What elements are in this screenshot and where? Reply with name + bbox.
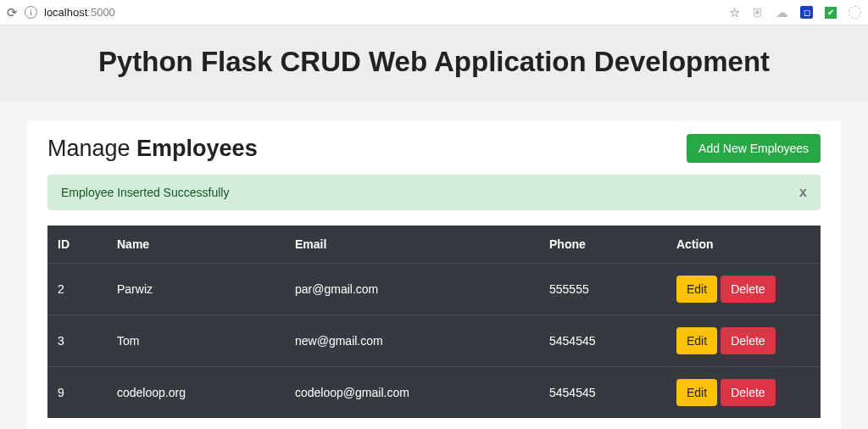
cell-email: new@gmail.com bbox=[285, 315, 539, 367]
col-header-email: Email bbox=[285, 226, 539, 264]
cell-name: Tom bbox=[107, 315, 285, 367]
page-top-bar: Manage Employees Add New Employees bbox=[47, 134, 821, 163]
page-title: Python Flask CRUD Web Application Develo… bbox=[8, 46, 860, 78]
cell-email: par@gmail.com bbox=[285, 264, 539, 315]
cell-phone: 555555 bbox=[539, 264, 666, 315]
cell-action: EditDelete bbox=[666, 367, 821, 419]
url-text[interactable]: localhost:5000 bbox=[44, 6, 115, 19]
cell-name: codeloop.org bbox=[107, 367, 285, 419]
delete-button[interactable]: Delete bbox=[721, 327, 775, 354]
col-header-id: ID bbox=[47, 226, 107, 264]
table-header-row: ID Name Email Phone Action bbox=[47, 226, 821, 264]
delete-button[interactable]: Delete bbox=[721, 379, 775, 406]
add-new-employees-button[interactable]: Add New Employees bbox=[687, 134, 821, 163]
table-row: 9codeloop.orgcodeloop@gmail.com5454545Ed… bbox=[47, 367, 821, 419]
cell-id: 3 bbox=[47, 315, 107, 367]
cell-phone: 5454545 bbox=[539, 367, 666, 419]
close-icon[interactable]: x bbox=[799, 185, 807, 200]
cloud-icon[interactable]: ☁ bbox=[776, 5, 788, 20]
employees-table: ID Name Email Phone Action 2Parwizpar@gm… bbox=[47, 226, 821, 418]
page-header: Python Flask CRUD Web Application Develo… bbox=[0, 25, 868, 102]
refresh-icon[interactable]: ⟳ bbox=[7, 5, 18, 20]
col-header-action: Action bbox=[666, 226, 821, 264]
extension-box-icon[interactable]: ◻ bbox=[800, 6, 813, 19]
section-title-prefix: Manage bbox=[47, 136, 136, 161]
cell-name: Parwiz bbox=[107, 264, 285, 315]
profile-circle-icon[interactable] bbox=[849, 6, 861, 19]
flash-alert: Employee Inserted Successfully x bbox=[47, 175, 821, 210]
table-row: 3Tomnew@gmail.com5454545EditDelete bbox=[47, 315, 821, 367]
cell-phone: 5454545 bbox=[539, 315, 666, 367]
cell-action: EditDelete bbox=[666, 264, 821, 315]
cell-id: 9 bbox=[47, 367, 107, 419]
browser-address-bar: ⟳ i localhost:5000 ☆ ⛨ ☁ ◻ ✔ bbox=[0, 0, 868, 25]
section-title: Manage Employees bbox=[47, 136, 258, 162]
alert-message: Employee Inserted Successfully bbox=[61, 186, 229, 199]
cell-email: codeloop@gmail.com bbox=[285, 367, 539, 419]
delete-button[interactable]: Delete bbox=[721, 276, 775, 303]
edit-button[interactable]: Edit bbox=[676, 276, 717, 303]
cell-action: EditDelete bbox=[666, 315, 821, 367]
section-title-strong: Employees bbox=[136, 136, 258, 161]
url-host: localhost bbox=[44, 6, 87, 19]
url-port: :5000 bbox=[87, 6, 115, 19]
browser-toolbar-icons: ☆ ⛨ ☁ ◻ ✔ bbox=[729, 5, 861, 20]
info-icon[interactable]: i bbox=[25, 6, 37, 19]
edit-button[interactable]: Edit bbox=[676, 327, 717, 354]
col-header-phone: Phone bbox=[539, 226, 666, 264]
edit-button[interactable]: Edit bbox=[676, 379, 717, 406]
main-container: Manage Employees Add New Employees Emplo… bbox=[27, 120, 841, 429]
shield-icon[interactable]: ⛨ bbox=[752, 6, 764, 20]
col-header-name: Name bbox=[107, 226, 285, 264]
table-row: 2Parwizpar@gmail.com555555EditDelete bbox=[47, 264, 821, 315]
extension-check-icon[interactable]: ✔ bbox=[825, 7, 837, 19]
star-icon[interactable]: ☆ bbox=[729, 5, 740, 20]
cell-id: 2 bbox=[47, 264, 107, 315]
